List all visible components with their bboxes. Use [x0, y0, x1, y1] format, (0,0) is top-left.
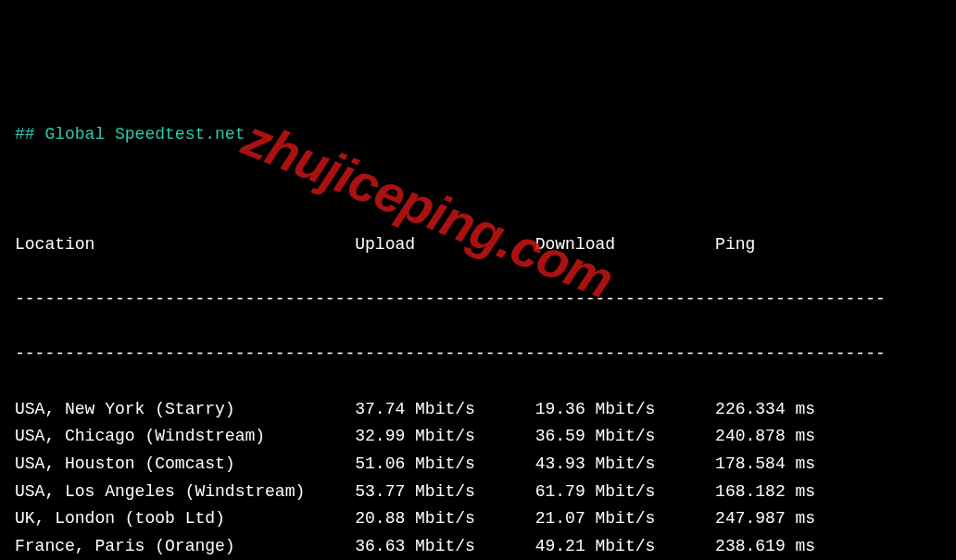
divider: ----------------------------------------…: [15, 286, 941, 314]
table-row: UK, London (toob Ltd)20.88 Mbit/s21.07 M…: [15, 505, 941, 533]
cell-upload: 36.63 Mbit/s: [355, 533, 535, 560]
cell-ping: 226.334 ms: [715, 396, 815, 424]
cell-location: USA, New York (Starry): [15, 396, 355, 424]
table-header: LocationUploadDownloadPing: [15, 231, 941, 259]
table-row: France, Paris (Orange)36.63 Mbit/s49.21 …: [15, 533, 941, 560]
cell-download: 36.59 Mbit/s: [535, 423, 715, 451]
col-header-location: Location: [15, 231, 355, 259]
col-header-ping: Ping: [715, 231, 755, 259]
cell-ping: 238.619 ms: [715, 533, 815, 560]
cell-upload: 53.77 Mbit/s: [355, 479, 535, 506]
cell-download: 61.79 Mbit/s: [535, 479, 715, 506]
cell-ping: 240.878 ms: [715, 423, 815, 451]
cell-location: UK, London (toob Ltd): [15, 505, 355, 533]
cell-location: USA, Houston (Comcast): [15, 451, 355, 479]
cell-ping: 178.584 ms: [715, 451, 815, 479]
col-header-download: Download: [535, 231, 715, 259]
table-row: USA, New York (Starry)37.74 Mbit/s19.36 …: [15, 396, 941, 424]
cell-upload: 20.88 Mbit/s: [355, 505, 535, 533]
cell-location: USA, Los Angeles (Windstream): [15, 479, 355, 506]
cell-download: 43.93 Mbit/s: [535, 451, 715, 479]
table-row: USA, Chicago (Windstream)32.99 Mbit/s36.…: [15, 423, 941, 451]
cell-download: 21.07 Mbit/s: [535, 505, 715, 533]
table-row: USA, Houston (Comcast)51.06 Mbit/s43.93 …: [15, 451, 941, 479]
cell-upload: 32.99 Mbit/s: [355, 423, 535, 451]
cell-location: USA, Chicago (Windstream): [15, 423, 355, 451]
cell-download: 19.36 Mbit/s: [535, 396, 715, 424]
cell-location: France, Paris (Orange): [15, 533, 355, 560]
table-row: USA, Los Angeles (Windstream)53.77 Mbit/…: [15, 479, 941, 506]
divider: ----------------------------------------…: [15, 341, 941, 368]
cell-upload: 37.74 Mbit/s: [355, 396, 535, 424]
col-header-upload: Upload: [355, 231, 535, 259]
cell-ping: 247.987 ms: [715, 505, 815, 533]
cell-download: 49.21 Mbit/s: [535, 533, 715, 560]
cell-ping: 168.182 ms: [715, 479, 815, 506]
section-title: ## Global Speedtest.net: [15, 121, 941, 149]
cell-upload: 51.06 Mbit/s: [355, 451, 535, 479]
